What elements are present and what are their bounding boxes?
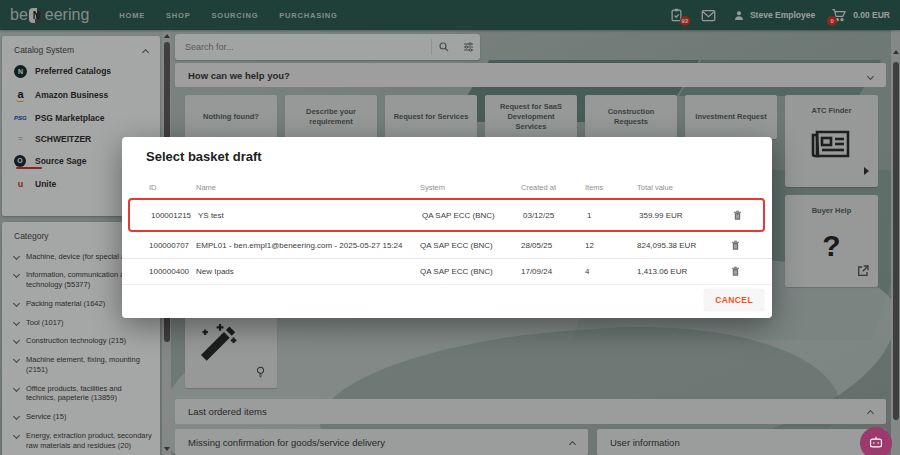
table-row[interactable]: 100000400 New Ipads QA SAP ECC (BNC) 17/… — [122, 259, 772, 285]
select-basket-draft-dialog: Select basket draft ID Name System Creat… — [122, 137, 772, 318]
dialog-title: Select basket draft — [146, 149, 262, 164]
app-window: be N eering HOME SHOP SOURCING PURCHASIN… — [0, 0, 900, 455]
table-row-highlighted[interactable]: 100001215 YS test QA SAP ECC (BNC) 03/12… — [128, 198, 765, 232]
delete-draft-button[interactable] — [728, 263, 742, 279]
chatbot-button[interactable] — [860, 427, 892, 455]
table-row[interactable]: 100000707 EMPL01 - ben.empl1@beneering.c… — [122, 233, 772, 259]
cancel-button[interactable]: CANCEL — [704, 289, 764, 311]
delete-draft-button[interactable] — [728, 237, 742, 253]
trash-icon — [733, 210, 742, 221]
trash-icon — [731, 266, 740, 277]
trash-icon — [731, 240, 740, 251]
delete-draft-button[interactable] — [730, 207, 744, 223]
robot-icon — [868, 436, 884, 450]
table-header: ID Name System Created at Items Total va… — [122, 183, 772, 197]
